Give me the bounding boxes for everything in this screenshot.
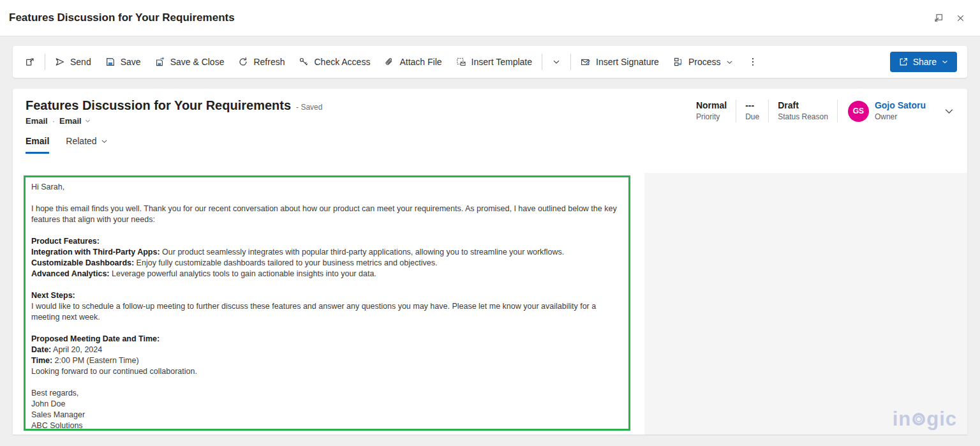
collapse-window-button[interactable] xyxy=(928,7,949,29)
popout-button[interactable] xyxy=(18,50,42,73)
insert-template-label: Insert Template xyxy=(471,57,532,67)
watermark-text-after: gic xyxy=(926,408,957,431)
record-header-left: Features Discussion for Your Requirement… xyxy=(26,98,322,126)
toolbar-overflow-chevron-button[interactable] xyxy=(545,50,568,73)
inogic-watermark: in gic xyxy=(893,408,957,431)
chevron-down-icon xyxy=(941,58,949,66)
email-line xyxy=(31,193,623,204)
email-line xyxy=(31,377,623,388)
save-and-close-button[interactable]: Save & Close xyxy=(148,50,232,73)
save-close-label: Save & Close xyxy=(170,57,225,67)
owner-field[interactable]: GS Gojo Satoru Owner xyxy=(838,100,932,123)
send-icon xyxy=(55,57,65,67)
form-selector-label: Email xyxy=(59,116,82,126)
vertical-ellipsis-icon xyxy=(748,57,758,67)
toolbar-divider xyxy=(570,54,571,70)
tab-related[interactable]: Related xyxy=(66,136,108,154)
email-line: Integration with Third-Party Apps: Our p… xyxy=(31,247,623,258)
email-line: Date: April 20, 2024 xyxy=(31,345,623,355)
email-line: Proposed Meeting Date and Time: xyxy=(31,334,623,345)
email-line: Advanced Analytics: Leverage powerful an… xyxy=(31,269,623,279)
chevron-down-icon xyxy=(100,137,108,145)
record-form-card: Features Discussion for Your Requirement… xyxy=(13,89,967,435)
check-access-button[interactable]: Check Access xyxy=(292,50,377,73)
insert-template-button[interactable]: Insert Template xyxy=(449,50,539,73)
header-expand-button[interactable] xyxy=(941,103,957,119)
command-bar: Send Save Save & Close Refresh Check Acc… xyxy=(13,46,967,78)
check-access-label: Check Access xyxy=(314,57,370,67)
email-line xyxy=(31,225,623,236)
due-field: --- Due xyxy=(736,100,768,123)
email-line: I would like to schedule a follow-up mee… xyxy=(31,301,623,323)
send-label: Send xyxy=(70,57,91,67)
paperclip-icon xyxy=(384,57,394,67)
close-button[interactable] xyxy=(949,7,971,29)
insert-signature-button[interactable]: Insert Signature xyxy=(574,50,666,73)
process-icon xyxy=(673,57,683,67)
email-body-lines: Hi Sarah, I hope this email finds you we… xyxy=(31,182,623,431)
key-icon xyxy=(299,57,309,67)
email-line: Sales Manager xyxy=(31,410,623,420)
priority-label: Priority xyxy=(696,112,727,123)
form-body: in gic Hi Sarah, I hope this email finds… xyxy=(13,172,967,435)
form-side-panel: in gic xyxy=(644,173,967,435)
refresh-button[interactable]: Refresh xyxy=(231,50,292,73)
email-line: Best regards, xyxy=(31,388,623,399)
priority-value: Normal xyxy=(696,100,727,112)
share-icon xyxy=(898,57,909,67)
template-icon xyxy=(456,57,466,67)
gear-icon xyxy=(912,413,925,426)
toolbar-divider xyxy=(542,54,542,70)
email-line: Looking forward to our continued collabo… xyxy=(31,366,623,377)
save-button[interactable]: Save xyxy=(98,50,148,73)
send-button[interactable]: Send xyxy=(48,50,98,73)
status-reason-value: Draft xyxy=(778,100,828,112)
email-line: Next Steps: xyxy=(31,290,623,301)
form-selector[interactable]: Email xyxy=(59,116,91,126)
save-label: Save xyxy=(121,57,141,67)
owner-avatar: GS xyxy=(848,101,869,122)
collapse-icon xyxy=(933,13,944,23)
record-header-fields: Normal Priority --- Due Draft Status Rea… xyxy=(687,100,957,123)
refresh-label: Refresh xyxy=(253,57,285,67)
watermark-text-before: in xyxy=(893,408,912,431)
email-line: ABC Solutions xyxy=(31,420,623,431)
attach-file-label: Attach File xyxy=(399,57,442,67)
toolbar-divider xyxy=(45,54,45,70)
chevron-down-icon xyxy=(552,57,561,66)
process-label: Process xyxy=(688,57,721,67)
form-tabs: Email Related xyxy=(13,136,967,154)
email-line: I hope this email finds you well. Thank … xyxy=(31,204,623,225)
popout-icon xyxy=(25,57,35,67)
email-line: Product Features: xyxy=(31,236,623,247)
share-label: Share xyxy=(913,57,937,67)
refresh-icon xyxy=(238,57,248,67)
tab-related-label: Related xyxy=(66,136,96,146)
chevron-down-icon xyxy=(84,117,91,124)
insert-signature-label: Insert Signature xyxy=(596,57,659,67)
email-line: Time: 2:00 PM (Eastern Time) xyxy=(31,355,623,366)
due-value: --- xyxy=(745,100,759,112)
status-reason-label: Status Reason xyxy=(778,112,828,123)
attach-file-button[interactable]: Attach File xyxy=(377,50,449,73)
email-line: Hi Sarah, xyxy=(31,182,623,193)
share-button[interactable]: Share xyxy=(890,52,957,72)
tab-email[interactable]: Email xyxy=(26,136,49,154)
more-commands-button[interactable] xyxy=(741,50,765,73)
status-reason-field: Draft Status Reason xyxy=(769,100,837,123)
email-body-editor[interactable]: Hi Sarah, I hope this email finds you we… xyxy=(24,175,630,431)
priority-field: Normal Priority xyxy=(687,100,736,123)
window-title: Features Discussion for Your Requirement… xyxy=(9,11,928,24)
due-label: Due xyxy=(745,112,759,123)
email-line: Customizable Dashboards: Enjoy fully cus… xyxy=(31,258,623,269)
close-icon xyxy=(956,13,965,23)
process-button[interactable]: Process xyxy=(666,50,741,73)
email-line: John Doe xyxy=(31,399,623,410)
owner-name-link[interactable]: Gojo Satoru xyxy=(875,100,926,112)
chevron-down-icon xyxy=(725,58,734,66)
chevron-down-icon xyxy=(944,106,954,117)
save-icon xyxy=(105,57,115,67)
signature-icon xyxy=(581,57,591,67)
save-close-icon xyxy=(155,57,165,67)
entity-type-label: Email xyxy=(26,116,48,126)
